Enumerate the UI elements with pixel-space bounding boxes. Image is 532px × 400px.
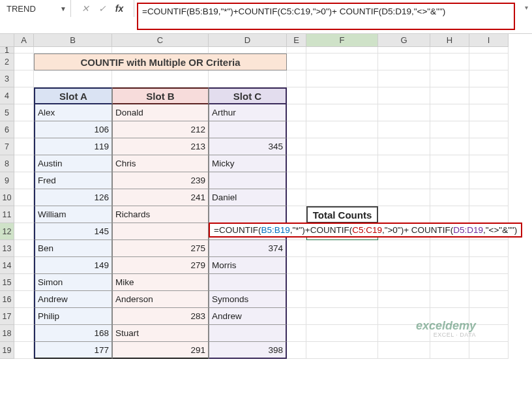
cell[interactable] — [378, 189, 430, 206]
cell-blank[interactable] — [34, 70, 112, 87]
row-header-3[interactable]: 3 — [0, 70, 14, 87]
cell[interactable] — [306, 240, 378, 257]
row-header-5[interactable]: 5 — [0, 104, 14, 121]
cell[interactable] — [469, 291, 509, 308]
formula-bar-text[interactable]: =COUNTIF(B5:B19,"*")+COUNTIF(C5:C19,">0"… — [137, 3, 515, 30]
col-header-A[interactable]: A — [14, 34, 34, 46]
formula-bar-expand-icon[interactable]: ▾ — [520, 0, 532, 11]
col-header-F[interactable]: F — [306, 34, 378, 46]
cell[interactable] — [14, 308, 34, 325]
cell[interactable] — [430, 206, 469, 223]
cell-C5[interactable]: Donald — [112, 104, 209, 121]
cell[interactable] — [469, 54, 509, 70]
cell[interactable] — [306, 155, 378, 172]
row-header-7[interactable]: 7 — [0, 138, 14, 155]
cell[interactable] — [430, 274, 469, 291]
cell[interactable] — [287, 257, 306, 274]
cell[interactable] — [14, 104, 34, 121]
cell[interactable] — [430, 291, 469, 308]
cell[interactable] — [378, 257, 430, 274]
cell-blank[interactable] — [34, 47, 112, 54]
cell-D10[interactable]: Daniel — [209, 189, 287, 206]
total-counts-header[interactable]: Total Counts — [306, 206, 378, 223]
cell-D5[interactable]: Arthur — [209, 104, 287, 121]
cell[interactable] — [14, 206, 34, 223]
row-header-2[interactable]: 2 — [0, 54, 14, 70]
cell-B14[interactable]: 149 — [34, 257, 112, 274]
cell-blank[interactable] — [112, 47, 209, 54]
cell[interactable] — [378, 121, 430, 138]
cell-C6[interactable]: 212 — [112, 121, 209, 138]
cell-D15[interactable] — [209, 274, 287, 291]
cell[interactable] — [469, 257, 509, 274]
row-header-14[interactable]: 14 — [0, 257, 14, 274]
inline-formula-overlay[interactable]: =COUNTIF(B5:B19,"*")+COUNTIF(C5:C19,">0"… — [209, 223, 522, 238]
row-header-18[interactable]: 18 — [0, 325, 14, 342]
row-header-8[interactable]: 8 — [0, 155, 14, 172]
cell-blank[interactable] — [469, 47, 509, 54]
formula-bar[interactable]: =COUNTIF(B5:B19,"*")+COUNTIF(C5:C19,">0"… — [134, 0, 520, 33]
cell[interactable] — [287, 155, 306, 172]
cell-B16[interactable]: Andrew — [34, 291, 112, 308]
row-header-13[interactable]: 13 — [0, 240, 14, 257]
cell[interactable] — [14, 189, 34, 206]
header-slot-b[interactable]: Slot B — [112, 87, 209, 104]
cell[interactable] — [14, 223, 34, 240]
cell[interactable] — [378, 155, 430, 172]
cell[interactable] — [287, 172, 306, 189]
cell[interactable] — [306, 325, 378, 342]
cell[interactable] — [430, 87, 469, 104]
cell[interactable] — [14, 121, 34, 138]
cell-blank[interactable] — [14, 47, 34, 54]
cell-blank[interactable] — [430, 47, 469, 54]
cell-D12[interactable]: =COUNTIF(B5:B19,"*")+COUNTIF(C5:C19,">0"… — [209, 223, 287, 240]
col-header-I[interactable]: I — [469, 34, 509, 46]
cell[interactable] — [469, 121, 509, 138]
cell[interactable] — [430, 155, 469, 172]
cell[interactable] — [306, 342, 378, 359]
cell[interactable] — [306, 291, 378, 308]
cell[interactable] — [378, 240, 430, 257]
cell[interactable] — [14, 155, 34, 172]
cell[interactable] — [14, 172, 34, 189]
cell[interactable] — [469, 155, 509, 172]
row-header-12[interactable]: 12 — [0, 223, 14, 240]
cell-D19[interactable]: 398 — [209, 342, 287, 359]
cell-C19[interactable]: 291 — [112, 342, 209, 359]
cell-D18[interactable] — [209, 325, 287, 342]
cell[interactable] — [469, 172, 509, 189]
cell[interactable] — [306, 138, 378, 155]
cell[interactable] — [430, 189, 469, 206]
cell-B12[interactable]: 145 — [34, 223, 112, 240]
row-header-4[interactable]: 4 — [0, 87, 14, 104]
row-header-11[interactable]: 11 — [0, 206, 14, 223]
cell[interactable] — [306, 257, 378, 274]
cell[interactable] — [14, 87, 34, 104]
cell[interactable] — [378, 172, 430, 189]
cell[interactable] — [430, 121, 469, 138]
cell[interactable] — [378, 87, 430, 104]
cell-D6[interactable] — [209, 121, 287, 138]
row-header-19[interactable]: 19 — [0, 342, 14, 359]
cell[interactable] — [306, 308, 378, 325]
cell-C18[interactable]: Stuart — [112, 325, 209, 342]
fx-icon[interactable]: fx — [114, 3, 125, 14]
cell[interactable] — [378, 342, 430, 359]
cell[interactable] — [430, 240, 469, 257]
cell[interactable] — [287, 342, 306, 359]
cell[interactable] — [378, 274, 430, 291]
cell-blank[interactable] — [378, 47, 430, 54]
cell[interactable] — [378, 54, 430, 70]
cell-B7[interactable]: 119 — [34, 138, 112, 155]
cell[interactable] — [469, 274, 509, 291]
cell[interactable] — [469, 138, 509, 155]
col-header-G[interactable]: G — [378, 34, 430, 46]
cell-blank[interactable] — [378, 70, 430, 87]
cell[interactable] — [430, 172, 469, 189]
cell[interactable] — [287, 138, 306, 155]
cell-C7[interactable]: 213 — [112, 138, 209, 155]
cell[interactable] — [14, 291, 34, 308]
cell[interactable] — [306, 189, 378, 206]
cell-C13[interactable]: 275 — [112, 240, 209, 257]
cell[interactable] — [306, 172, 378, 189]
